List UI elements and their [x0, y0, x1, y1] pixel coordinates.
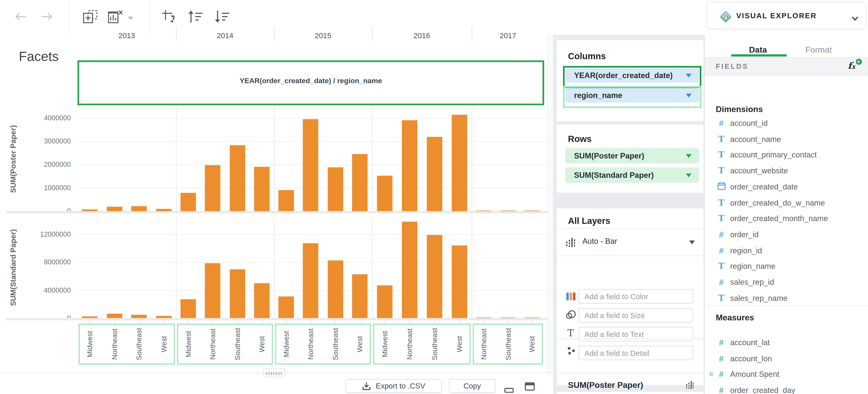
export-csv-button[interactable]: Export to .CSV	[345, 379, 442, 393]
measure-item[interactable]: #account_lon	[705, 350, 868, 366]
bar[interactable]	[82, 316, 97, 318]
facet-year-label: 2015	[274, 32, 372, 40]
bar[interactable]	[205, 165, 220, 211]
bar[interactable]	[500, 210, 516, 211]
minimize-icon[interactable]	[504, 385, 514, 394]
dimension-item[interactable]: #order_id	[705, 227, 868, 242]
bar[interactable]	[402, 120, 417, 211]
bar[interactable]	[328, 167, 343, 211]
region-label: Midwest	[380, 331, 389, 358]
visual-explorer-app: VISUAL EXPLORER Facets YEAR(order_create…	[0, 0, 868, 394]
layer-measure-poster[interactable]: SUM(Poster Paper)	[557, 373, 704, 394]
x-tick	[532, 320, 533, 323]
rows-header: Rows	[568, 134, 592, 144]
maximize-icon[interactable]	[525, 382, 535, 393]
facet-header-label: YEAR(order_created_date) / region_name	[79, 76, 542, 85]
bar[interactable]	[402, 222, 417, 318]
bar[interactable]	[229, 269, 245, 318]
bar[interactable]	[377, 285, 392, 318]
bar[interactable]	[156, 316, 172, 318]
bar[interactable]	[524, 210, 540, 211]
bar[interactable]	[303, 243, 318, 318]
bar[interactable]	[377, 175, 392, 211]
chart-scrollbar-gutter[interactable]	[548, 35, 554, 372]
drag-handle[interactable]	[264, 369, 285, 377]
measure-item[interactable]: #order_created_day	[705, 382, 868, 394]
bar[interactable]	[427, 235, 442, 318]
facet-year-separator	[176, 27, 177, 41]
rows-pill-poster[interactable]: SUM(Poster Paper)	[565, 148, 699, 163]
columns-pill-region[interactable]: region_name	[565, 88, 699, 103]
bar[interactable]	[131, 315, 147, 318]
rows-pill-standard[interactable]: SUM(Standard Paper)	[565, 167, 699, 183]
dimension-item[interactable]: #sales_rep_id	[705, 274, 868, 290]
fields-header-label: FIELDS	[716, 63, 749, 71]
region-label: West	[257, 336, 266, 352]
bar[interactable]	[279, 297, 294, 318]
bar[interactable]	[156, 209, 172, 211]
color-field-input[interactable]: Add a field to Color	[579, 289, 693, 304]
measure-item[interactable]: =#Amount Spent	[705, 366, 868, 382]
bar[interactable]	[352, 274, 368, 318]
dimension-item[interactable]: Taccount_primary_contact	[705, 147, 868, 163]
dimension-item[interactable]: #region_id	[705, 243, 868, 258]
bar[interactable]	[229, 145, 245, 211]
size-field-input[interactable]: Add a field to Size	[579, 308, 693, 322]
bar[interactable]	[254, 167, 270, 211]
facet-column-separator	[274, 217, 275, 320]
dimension-item[interactable]: Tregion_name	[705, 258, 868, 274]
shelf-panel: Columns YEAR(order_created_date) region_…	[553, 35, 704, 394]
dimension-item[interactable]: Taccount_website	[705, 163, 868, 178]
region-label: Midwest	[86, 331, 94, 358]
bar[interactable]	[303, 119, 318, 211]
active-tab-underline	[731, 54, 786, 56]
bar[interactable]	[427, 137, 442, 211]
bar[interactable]	[181, 299, 196, 318]
dimension-item[interactable]: Taccount_name	[705, 131, 868, 147]
region-label: Southeast	[430, 328, 438, 360]
bar[interactable]	[500, 317, 516, 318]
bar[interactable]	[452, 115, 467, 211]
bar[interactable]	[476, 317, 492, 318]
facet-column-separator	[274, 106, 275, 213]
mark-type-dropdown[interactable]: Auto - Bar	[557, 229, 704, 255]
region-label: Midwest	[184, 331, 192, 358]
columns-pill-year[interactable]: YEAR(order_created_date)	[565, 68, 699, 83]
dropdown-caret-icon	[689, 241, 694, 244]
measure-item[interactable]: #account_lat	[705, 335, 868, 350]
y-tick-label: 4000000	[18, 114, 71, 122]
faceted-bar-chart: YEAR(order_created_date) / region_name20…	[0, 0, 553, 394]
add-calculated-field-icon[interactable]: fx +	[848, 60, 855, 71]
facet-year-separator	[472, 27, 472, 41]
x-tick	[484, 320, 484, 323]
tab-format[interactable]: Format	[805, 45, 832, 54]
bar[interactable]	[328, 260, 343, 318]
y-tick-label: 2000000	[18, 161, 71, 168]
columns-header: Columns	[568, 52, 606, 61]
dimension-item[interactable]: Tsales_rep_name	[705, 290, 868, 306]
bar[interactable]	[106, 314, 122, 318]
visual-explorer-selector[interactable]: VISUAL EXPLORER	[706, 2, 867, 29]
bar[interactable]	[82, 209, 97, 211]
export-csv-label: Export to .CSV	[376, 382, 425, 390]
dimension-item[interactable]: Torder_created_do_w_name	[705, 195, 868, 210]
bar[interactable]	[452, 246, 467, 318]
region-label: Northeast	[307, 329, 315, 360]
x-tick	[115, 320, 115, 323]
bar[interactable]	[205, 263, 220, 318]
bar[interactable]	[131, 206, 147, 211]
dimension-item[interactable]: order_created_date	[705, 179, 868, 194]
bar[interactable]	[106, 206, 122, 211]
bar[interactable]	[181, 193, 196, 211]
tab-data[interactable]: Data	[749, 45, 767, 54]
copy-button[interactable]: Copy	[449, 379, 495, 393]
bar[interactable]	[279, 190, 294, 211]
bar[interactable]	[352, 154, 368, 211]
bar[interactable]	[476, 210, 492, 211]
dimensions-header: Dimensions	[716, 104, 763, 113]
dimension-item[interactable]: Torder_created_month_name	[705, 211, 868, 226]
bar[interactable]	[524, 317, 540, 318]
bar[interactable]	[254, 283, 270, 318]
dimension-item[interactable]: #account_id	[705, 115, 868, 131]
mark-type-label: Auto - Bar	[582, 236, 617, 246]
